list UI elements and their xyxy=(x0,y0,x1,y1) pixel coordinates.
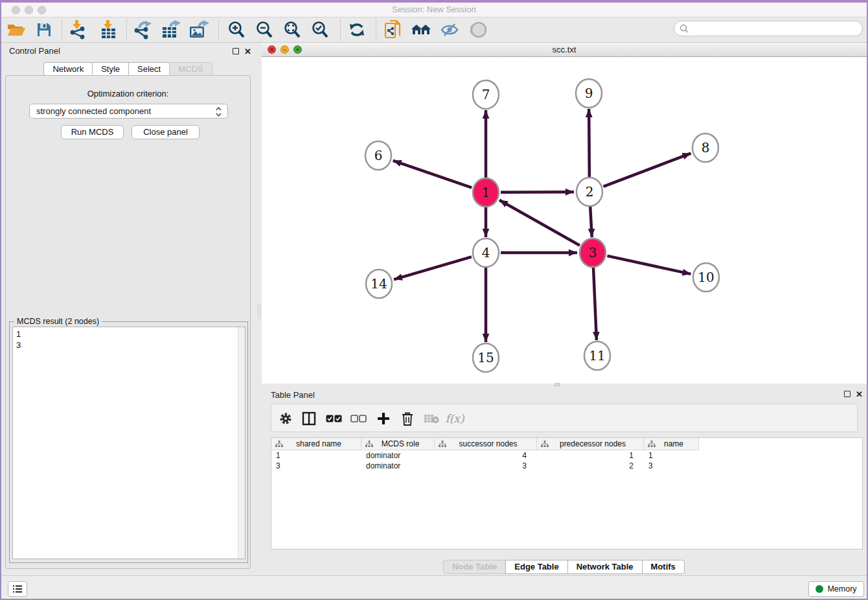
zoom-window-button[interactable] xyxy=(38,6,46,14)
toolbar-separator xyxy=(340,19,341,40)
export-network-icon xyxy=(133,20,152,40)
graph-node-6[interactable]: 6 xyxy=(365,141,391,170)
table-row[interactable]: 1dominator411 xyxy=(271,450,862,461)
graph-edge-3-10[interactable] xyxy=(607,256,691,274)
tab-edge-table[interactable]: Edge Table xyxy=(505,560,567,574)
graph-edge-4-14[interactable] xyxy=(394,257,472,279)
graph-node-label-15: 15 xyxy=(477,350,494,365)
search-icon xyxy=(680,24,689,33)
add-column-button[interactable] xyxy=(372,408,394,430)
export-table-button[interactable] xyxy=(160,19,182,41)
column-layout-button[interactable] xyxy=(298,408,320,430)
refresh-button[interactable] xyxy=(346,19,368,41)
graph-node-14[interactable]: 14 xyxy=(366,270,392,298)
clone-network-button[interactable] xyxy=(382,19,404,41)
tab-network-table[interactable]: Network Table xyxy=(567,560,643,574)
mcds-result-scrollbar[interactable] xyxy=(238,327,245,559)
column-header-successor-nodes[interactable]: successor nodes xyxy=(435,438,537,450)
import-table-button[interactable] xyxy=(98,19,120,41)
graph-node-8[interactable]: 8 xyxy=(692,133,718,162)
network-maximize-button[interactable]: + xyxy=(293,45,302,54)
tab-select[interactable]: Select xyxy=(128,62,170,76)
zoom-selected-button[interactable] xyxy=(309,19,331,41)
column-header-name[interactable]: name xyxy=(644,438,699,450)
export-network-button[interactable] xyxy=(131,19,154,41)
graph-edge-1-2[interactable] xyxy=(501,192,574,192)
close-panel-button[interactable]: Close panel xyxy=(131,125,200,139)
search-input[interactable] xyxy=(674,21,863,36)
graph-node-label-6: 6 xyxy=(374,148,383,163)
network-canvas[interactable]: 7968124314101511 xyxy=(262,57,867,384)
toggle-bird-eye-button[interactable] xyxy=(468,19,490,41)
graph-edge-3-1[interactable] xyxy=(499,200,580,246)
control-panel-close-button[interactable]: ✕ xyxy=(244,49,251,55)
graph-edge-2-8[interactable] xyxy=(604,154,691,187)
mcds-result-textarea[interactable]: 1 3 xyxy=(12,327,246,559)
hide-details-button[interactable] xyxy=(439,19,461,41)
minimize-window-button[interactable] xyxy=(25,6,33,14)
graph-node-1[interactable]: 1 xyxy=(473,178,499,207)
network-close-button[interactable]: ✕ xyxy=(268,45,276,54)
graph-edge-1-6[interactable] xyxy=(393,161,472,188)
control-panel-float-button[interactable] xyxy=(233,48,239,54)
tab-motifs[interactable]: Motifs xyxy=(642,560,685,574)
graph-node-11[interactable]: 11 xyxy=(584,341,610,370)
zoom-fit-button[interactable] xyxy=(281,19,303,41)
graph-node-label-9: 9 xyxy=(585,86,593,101)
select-all-rows-button[interactable] xyxy=(323,408,345,430)
graph-node-label-11: 11 xyxy=(589,348,605,363)
vertical-splitter[interactable] xyxy=(257,43,262,573)
export-image-icon xyxy=(188,20,209,40)
graph-edge-3-11[interactable] xyxy=(593,268,597,340)
graph-node-3[interactable]: 3 xyxy=(580,238,606,267)
graph-node-label-3: 3 xyxy=(589,245,597,260)
graph-node-9[interactable]: 9 xyxy=(576,79,602,108)
graph-node-label-10: 10 xyxy=(698,270,714,285)
table-cell: 1 xyxy=(271,451,361,460)
network-window-titlebar[interactable]: ✕ − + scc.txt xyxy=(262,43,867,57)
open-session-button[interactable] xyxy=(5,19,27,41)
optimization-criterion-select[interactable]: strongly connected component xyxy=(29,104,228,119)
close-window-button[interactable] xyxy=(12,6,20,14)
deselect-all-rows-button[interactable] xyxy=(347,408,369,430)
column-header-MCDS-role[interactable]: MCDS role xyxy=(361,438,435,450)
graph-node-4[interactable]: 4 xyxy=(473,238,499,267)
graph-node-label-8: 8 xyxy=(702,140,710,156)
delete-column-button[interactable] xyxy=(396,408,418,430)
delete-table-button[interactable] xyxy=(420,408,442,430)
import-network-button[interactable] xyxy=(67,19,89,41)
save-session-button[interactable] xyxy=(33,19,55,41)
table-cell: 1 xyxy=(537,451,644,460)
control-panel-tabs: NetworkStyleSelectMCDS xyxy=(0,62,257,76)
graph-edge-2-9[interactable] xyxy=(589,109,589,177)
tab-network[interactable]: Network xyxy=(43,62,93,76)
table-panel-float-button[interactable] xyxy=(844,391,851,397)
memory-button[interactable]: Memory xyxy=(808,581,864,597)
home-layout-button[interactable] xyxy=(410,19,432,41)
table-panel-close-button[interactable]: ✕ xyxy=(856,391,863,398)
tab-mcds[interactable]: MCDS xyxy=(169,62,212,76)
tab-style[interactable]: Style xyxy=(92,62,129,76)
delete-table-icon xyxy=(424,413,439,424)
export-image-button[interactable] xyxy=(188,19,210,41)
tab-node-table[interactable]: Node Table xyxy=(443,560,506,574)
graph-node-10[interactable]: 10 xyxy=(693,263,719,292)
table-panel-title: Table Panel xyxy=(271,390,315,400)
zoom-out-button[interactable] xyxy=(253,19,275,41)
eye-slash-icon xyxy=(440,22,459,38)
graph-node-7[interactable]: 7 xyxy=(473,80,499,109)
column-header-shared-name[interactable]: shared name xyxy=(271,438,361,450)
graph-node-2[interactable]: 2 xyxy=(577,178,602,206)
run-mcds-button[interactable]: Run MCDS xyxy=(61,125,124,139)
open-folder-icon xyxy=(6,22,26,38)
graph-edge-2-3[interactable] xyxy=(590,207,592,237)
refresh-icon xyxy=(348,21,365,38)
zoom-in-button[interactable] xyxy=(225,19,247,41)
column-header-predecessor-nodes[interactable]: predecessor nodes xyxy=(537,438,644,450)
network-minimize-button[interactable]: − xyxy=(280,45,289,54)
task-history-button[interactable] xyxy=(8,581,27,597)
apply-function-button[interactable]: f(x) xyxy=(444,408,466,430)
table-row[interactable]: 3dominator323 xyxy=(271,461,862,471)
graph-node-15[interactable]: 15 xyxy=(473,343,499,372)
table-options-button[interactable] xyxy=(275,408,297,430)
